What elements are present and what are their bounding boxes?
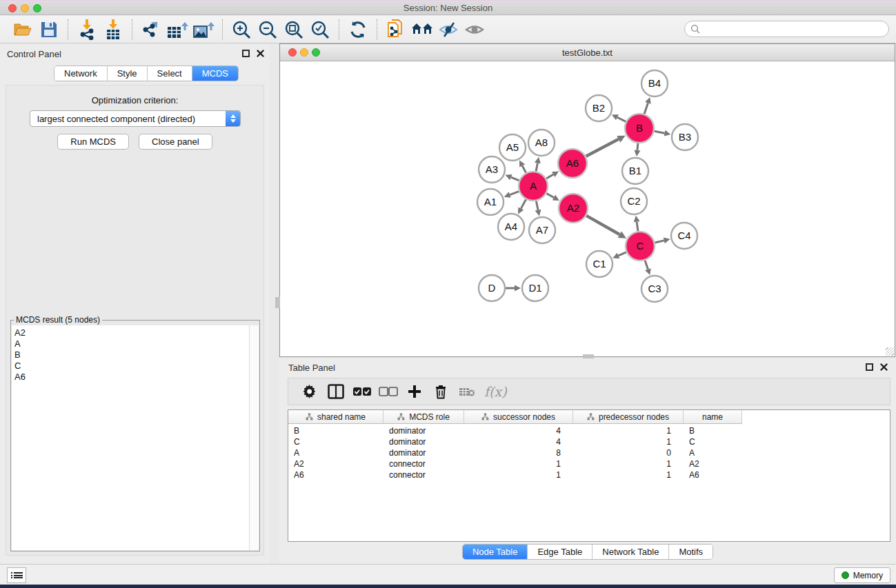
run-mcds-button[interactable]: Run MCDS	[57, 134, 129, 150]
cell-shared-name[interactable]: A6	[288, 469, 384, 480]
edge-A-A8[interactable]	[536, 163, 537, 171]
column-header-predecessor-nodes[interactable]: predecessor nodes	[573, 410, 684, 424]
graph-node-C4[interactable]: C4	[671, 223, 697, 249]
export-image-icon[interactable]	[192, 19, 215, 41]
edge-A6-B[interactable]	[586, 139, 618, 156]
edge-A-A6[interactable]	[546, 174, 553, 179]
graph-node-A8[interactable]: A8	[528, 130, 555, 156]
graph-node-C[interactable]: C	[626, 232, 655, 261]
tab-edge-table[interactable]: Edge Table	[528, 545, 593, 559]
graph-node-C2[interactable]: C2	[621, 188, 647, 214]
graph-node-B[interactable]: B	[625, 114, 654, 143]
cell-successor-nodes[interactable]: 1	[464, 469, 573, 480]
graph-node-A3[interactable]: A3	[479, 156, 505, 183]
delete-table-icon[interactable]	[455, 381, 479, 402]
cell-name[interactable]: A6	[684, 469, 742, 480]
column-header-shared-name[interactable]: shared name	[288, 410, 384, 424]
graph-node-D1[interactable]: D1	[522, 275, 548, 301]
graph-node-B3[interactable]: B3	[672, 124, 698, 150]
import-network-icon[interactable]	[76, 19, 98, 41]
mcds-result-item[interactable]: A2	[14, 327, 250, 338]
column-header-name[interactable]: name	[684, 410, 742, 424]
edge-C-C4[interactable]	[655, 241, 664, 243]
cell-MCDS-role[interactable]: dominator	[384, 447, 464, 458]
hide-panel-icon[interactable]	[437, 19, 459, 41]
cell-predecessor-nodes[interactable]: 1	[573, 436, 684, 447]
search-input[interactable]	[700, 24, 888, 34]
cell-successor-nodes[interactable]: 4	[464, 436, 573, 447]
edge-A-A2[interactable]	[546, 194, 554, 198]
close-panel-icon[interactable]	[257, 50, 264, 57]
deselect-all-icon[interactable]	[377, 381, 400, 402]
cell-MCDS-role[interactable]: dominator	[384, 425, 464, 436]
mcds-result-item[interactable]: B	[14, 349, 250, 361]
cell-shared-name[interactable]: B	[288, 425, 384, 436]
zoom-out-icon[interactable]	[257, 19, 279, 41]
table-row[interactable]: A6connector11A6	[288, 469, 890, 480]
table-row[interactable]: Bdominator41B	[288, 425, 890, 436]
home-icon[interactable]	[411, 19, 433, 41]
cell-name[interactable]: A	[684, 447, 742, 458]
cell-MCDS-role[interactable]: connector	[384, 458, 464, 469]
cell-name[interactable]: B	[684, 425, 742, 436]
graph-node-A[interactable]: A	[519, 172, 548, 201]
edge-B-B3[interactable]	[655, 131, 665, 133]
edge-C-C2[interactable]	[637, 222, 638, 231]
show-panel-icon[interactable]	[464, 19, 486, 41]
zoom-in-icon[interactable]	[230, 19, 252, 41]
edge-A-A5[interactable]	[522, 165, 526, 172]
mcds-result-item[interactable]: A6	[14, 372, 250, 383]
cell-predecessor-nodes[interactable]: 1	[573, 458, 684, 469]
cell-successor-nodes[interactable]: 4	[464, 425, 573, 436]
mcds-result-item[interactable]: A	[14, 338, 250, 349]
graph-node-D[interactable]: D	[479, 275, 505, 301]
refresh-icon[interactable]	[347, 19, 369, 41]
float-panel-icon[interactable]	[866, 363, 873, 371]
search-box[interactable]	[684, 21, 889, 37]
network-window-titlebar[interactable]: testGlobe.txt	[280, 44, 895, 61]
column-header-MCDS-role[interactable]: MCDS role	[384, 410, 464, 424]
graph-node-A2[interactable]: A2	[559, 194, 588, 223]
tab-motifs[interactable]: Motifs	[669, 545, 713, 559]
export-table-icon[interactable]	[166, 19, 188, 41]
tab-select[interactable]: Select	[148, 66, 192, 81]
export-network-icon[interactable]	[140, 19, 162, 41]
cell-shared-name[interactable]: A	[288, 447, 384, 458]
cell-MCDS-role[interactable]: dominator	[384, 436, 464, 447]
add-icon[interactable]	[403, 381, 426, 402]
import-table-icon[interactable]	[102, 19, 124, 41]
tab-node-table[interactable]: Node Table	[463, 545, 528, 559]
zoom-fit-icon[interactable]	[283, 19, 305, 41]
tab-mcds[interactable]: MCDS	[192, 66, 238, 81]
table-row[interactable]: Adominator80A	[288, 447, 890, 458]
network-from-selection-icon[interactable]	[385, 19, 407, 41]
column-header-successor-nodes[interactable]: successor nodes	[464, 410, 573, 424]
mcds-result-scrollbar[interactable]	[249, 325, 259, 550]
save-session-icon[interactable]	[38, 19, 60, 41]
network-graph-canvas[interactable]: AA1A2A3A4A5A6A7A8BB1B2B3B4CC1C2C3C4DD1	[281, 61, 894, 356]
tab-style[interactable]: Style	[108, 66, 148, 81]
edge-B-B4[interactable]	[644, 103, 648, 114]
select-all-icon[interactable]	[350, 381, 374, 402]
mcds-result-list[interactable]: A2ABCA6	[12, 325, 250, 550]
memory-button[interactable]: Memory	[834, 567, 890, 583]
graph-node-A1[interactable]: A1	[477, 189, 504, 215]
table-row[interactable]: Cdominator41C	[288, 436, 890, 447]
edge-A-A1[interactable]	[510, 192, 519, 195]
gear-icon[interactable]	[298, 381, 321, 402]
open-session-icon[interactable]	[12, 19, 34, 41]
table-row[interactable]: A2connector11A2	[288, 458, 890, 469]
cell-predecessor-nodes[interactable]: 0	[573, 447, 684, 458]
delete-icon[interactable]	[429, 381, 452, 402]
graph-node-B2[interactable]: B2	[586, 95, 612, 121]
cell-predecessor-nodes[interactable]: 1	[573, 425, 684, 436]
cell-name[interactable]: C	[684, 436, 742, 447]
graph-node-B1[interactable]: B1	[622, 158, 648, 184]
graph-node-A6[interactable]: A6	[558, 149, 587, 178]
edge-C-C3[interactable]	[645, 261, 648, 270]
task-history-button[interactable]	[7, 567, 26, 583]
edge-A-A3[interactable]	[511, 177, 519, 181]
cell-shared-name[interactable]: C	[288, 436, 384, 447]
edge-A-A4[interactable]	[521, 199, 526, 208]
cell-successor-nodes[interactable]: 8	[464, 447, 573, 458]
